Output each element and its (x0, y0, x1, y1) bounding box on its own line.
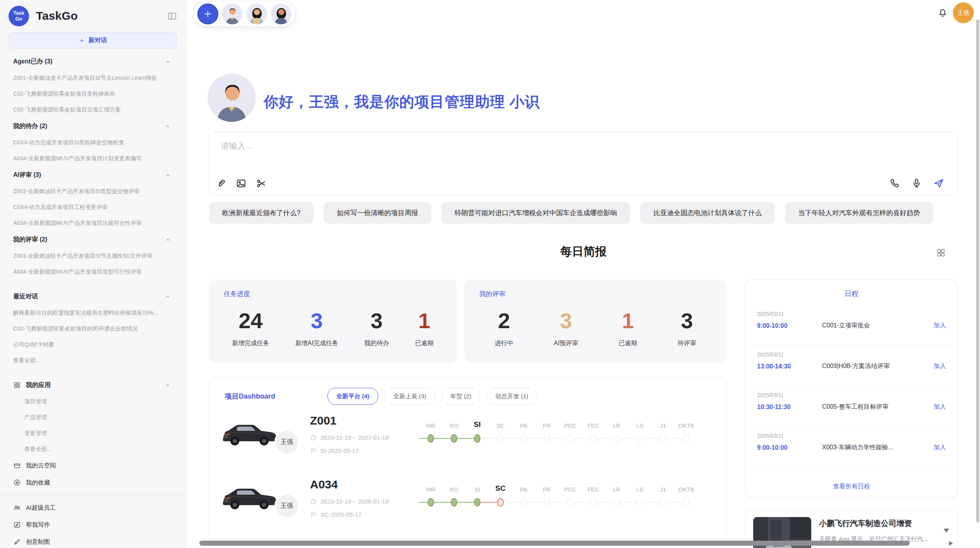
sidebar-task-item[interactable]: A034-全新新能源MUV产品开发项目计划变更表编写 (0, 151, 186, 166)
app-window: Task Go TaskGo 新对话 Agent已办 (3)Z001-全新燃油皮… (0, 0, 980, 548)
app-item[interactable]: 变更管理 (0, 425, 186, 441)
sidebar-task-item[interactable]: Z001-全新燃油轻卡产品开发项目SI造型提交物评审 (0, 183, 186, 199)
add-assistant-button[interactable] (197, 3, 218, 24)
vertical-scrollbar-thumb[interactable] (976, 19, 979, 522)
stats-card: 我的评审2 进行中3 AI预评审1 已逾期3 待评审 (464, 279, 726, 363)
microphone-icon[interactable] (911, 178, 922, 188)
join-link[interactable]: 加入 (934, 403, 946, 411)
notification-bell-icon[interactable] (937, 8, 948, 18)
suggestion-chip[interactable]: 欧洲新规最近颁布了什么? (209, 202, 314, 224)
dashboard-tab[interactable]: 动总开发 (1) (487, 388, 537, 405)
view-all-link[interactable]: 查看全部... (0, 441, 186, 457)
sidebar-section-header[interactable]: 最近对话 (0, 288, 186, 305)
recent-chat-item[interactable]: 解释最新出台的欧盟报废车法规再生塑料比例被调至15%... (0, 305, 186, 321)
view-all-schedule-link[interactable]: 查看所有日程 (745, 483, 958, 491)
milestone-j1: J1 (651, 418, 675, 449)
new-chat-button[interactable]: 新对话 (9, 33, 177, 48)
dashboard-tab[interactable]: 全新平台 (4) (327, 388, 378, 405)
milestone-label: KO (450, 482, 458, 493)
sidebar-section-header[interactable]: 我的待办 (2) (0, 118, 186, 135)
app-item[interactable]: 项目管理 (0, 394, 186, 409)
milestone-label: PEC (564, 482, 576, 493)
stat-item: 3 新增AI完成任务 (295, 310, 338, 348)
suggestion-chip[interactable]: 特朗普可能对进口汽车增税会对中国车企造成哪些影响 (441, 202, 630, 224)
assistant-avatar[interactable] (271, 3, 291, 24)
milestone-ko: KO (442, 482, 466, 513)
schedule-item: 2025/03/11 9:00-10:00 X003-车辆动力学性能验... 加… (745, 427, 958, 468)
sidebar-task-item[interactable]: C02-飞腾新能源轻客改款项目里程碑画布 (0, 86, 186, 102)
suggestion-chip[interactable]: 如何写一份清晰的项目周报 (324, 202, 431, 224)
stat-item: 1 已逾期 (618, 310, 637, 348)
sidebar-task-item[interactable]: A034-全新新能源MUV产品开发项目造型可行性评审 (0, 264, 186, 280)
schedule-title: 日程 (745, 289, 958, 298)
join-link[interactable]: 加入 (934, 362, 946, 370)
milestone-label: LR (613, 482, 620, 493)
milestone-label: J1 (660, 418, 666, 429)
milestone-label: SC (495, 482, 505, 493)
stat-item: 2 进行中 (495, 310, 513, 348)
schedule-date: 2025/03/11 (757, 433, 946, 439)
milestone-ls: LS (628, 418, 651, 449)
people-icon (13, 504, 21, 512)
recent-chat-item[interactable]: C02-飞腾新能源轻客改款项目的闭环通告反馈情况 (0, 321, 186, 337)
milestone-pr: PR (535, 418, 559, 449)
dashboard-tab[interactable]: 全新上装 (3) (384, 388, 435, 405)
sidebar-item-creative-draw[interactable]: 创意制图 (0, 533, 186, 548)
sidebar-section-header[interactable]: 我的应用 (0, 377, 186, 394)
milestone-fec: FEC (582, 418, 605, 449)
sidebar-body: Agent已办 (3)Z001-全新燃油皮卡产品开发项目SI节点Lesson L… (0, 48, 186, 548)
join-link[interactable]: 加入 (934, 322, 946, 330)
milestone-label: SI (474, 418, 481, 429)
milestone-dot (428, 434, 434, 443)
chevron-up-icon (164, 123, 171, 130)
sidebar-item-favorites[interactable]: 我的收藏 (0, 474, 186, 491)
dashboard-tab[interactable]: 年型 (2) (442, 388, 480, 405)
collapse-sidebar-icon[interactable] (167, 11, 177, 21)
milestone-dot (521, 434, 527, 443)
chat-input[interactable] (220, 140, 671, 167)
suggestion-chip[interactable]: 比亚迪全固态电池计划具体说了什么 (640, 202, 775, 224)
sidebar-item-cloud-space[interactable]: 我的云空间 (0, 457, 186, 474)
app-item[interactable]: 产品管理 (0, 409, 186, 425)
assistant-avatar[interactable] (246, 3, 267, 24)
sidebar-task-item[interactable]: Z001-全新燃油轻卡产品开发项目SI节点属性5D文件评审 (0, 248, 186, 264)
project-code: A034 (310, 478, 338, 491)
sidebar-task-item[interactable]: C02-飞腾新能源轻客改款项目立项汇报方案 (0, 102, 186, 118)
scissors-icon[interactable] (256, 178, 267, 189)
daily-brief-title: 每日简报 (209, 244, 958, 260)
horizontal-scrollbar-thumb[interactable] (199, 541, 910, 546)
sidebar-task-item[interactable]: Z001-全新燃油皮卡产品开发项目SI节点Lesson Learn报告 (0, 70, 186, 86)
schedule-time: 13:00-14:30 (757, 363, 822, 370)
stat-item: 3 待评审 (678, 310, 696, 348)
project-dates: 2023-12-19 ~ 2026-01-19 (310, 498, 389, 505)
project-row[interactable]: 王强 A034 2023-12-19 ~ 2026-01-19 SC-2025-… (219, 476, 716, 538)
scroll-right-arrow-icon[interactable] (949, 541, 953, 546)
join-link[interactable]: 加入 (934, 444, 946, 452)
milestone-label: FEC (588, 482, 599, 493)
stats-card: 任务进度24 新增完成任务3 新增AI完成任务3 我的待办1 已逾期 (209, 279, 457, 363)
sidebar-item-ai-employee[interactable]: AI超级员工 (0, 499, 186, 516)
sidebar-task-item[interactable]: C0X4-动力总成开发项目SI里程碑提交物检查 (0, 135, 186, 151)
view-all-link[interactable]: 查看全部... (0, 353, 186, 368)
milestone-label: SC (497, 418, 505, 429)
assistant-hero-avatar (207, 74, 256, 122)
scroll-down-arrow-icon[interactable] (944, 529, 949, 533)
attachment-icon[interactable] (216, 178, 226, 189)
send-icon[interactable] (933, 177, 944, 189)
suggestion-chip[interactable]: 当下年轻人对汽车外观有怎样的喜好趋势 (785, 202, 933, 224)
stat-label: 新增AI完成任务 (295, 339, 338, 348)
milestone-label: OKTB (678, 418, 694, 429)
sidebar-task-item[interactable]: C0X4-动力总成开发项目工程变更评审 (0, 199, 186, 215)
sidebar-task-item[interactable]: A034-全新新能源MUV产品开发项目法规符合性评审 (0, 215, 186, 231)
phone-call-icon[interactable] (889, 178, 900, 188)
project-row[interactable]: 王强 Z001 2023-12-19 ~ 2027-01-19 SI-2025-… (219, 413, 716, 474)
recent-chat-item[interactable]: 公司Q3轻卡销量 (0, 337, 186, 353)
sidebar-section-header[interactable]: Agent已办 (3) (0, 53, 186, 70)
sidebar-section-header[interactable]: 我的评审 (2) (0, 231, 186, 248)
sidebar-item-help-write[interactable]: 帮我写作 (0, 516, 186, 533)
sidebar-section-header[interactable]: AI评审 (3) (0, 166, 186, 183)
layout-grid-icon[interactable] (936, 248, 946, 258)
image-upload-icon[interactable] (236, 178, 247, 189)
user-avatar[interactable]: 王强 (953, 2, 974, 23)
assistant-avatar[interactable] (222, 3, 243, 24)
